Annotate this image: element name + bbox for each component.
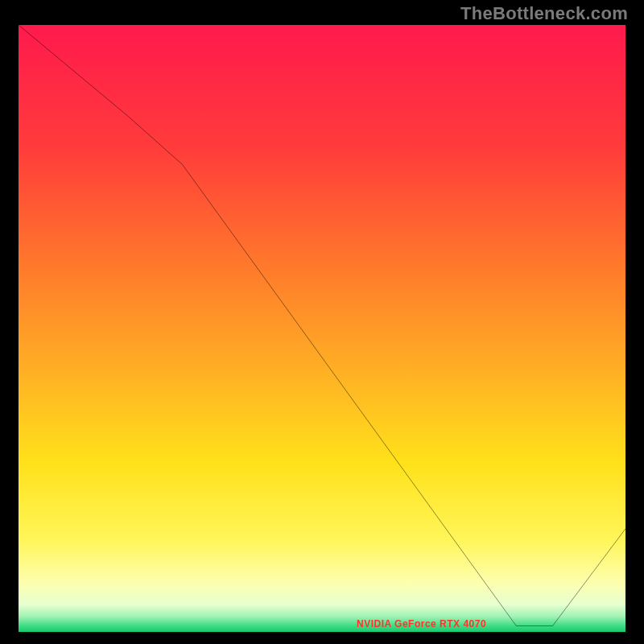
attribution-text: TheBottleneck.com: [460, 3, 628, 24]
curve-layer: [19, 25, 625, 632]
legend-label: NVIDIA GeForce RTX 4070: [357, 618, 486, 630]
chart-stage: TheBottleneck.com NVIDIA GeForce RTX 407…: [0, 0, 644, 644]
bottleneck-curve: [19, 25, 625, 625]
plot-area: NVIDIA GeForce RTX 4070: [16, 23, 628, 634]
